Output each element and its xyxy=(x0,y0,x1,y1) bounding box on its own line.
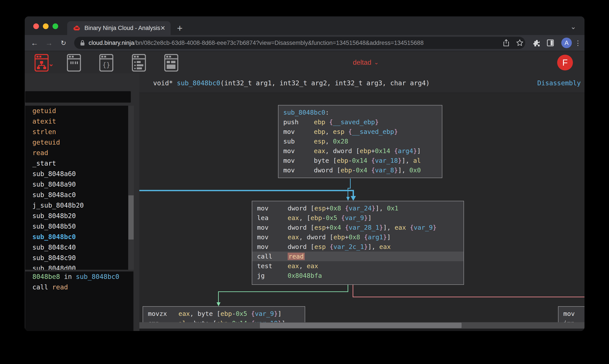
asm-line[interactable]: sub_8048bc0: xyxy=(278,108,442,117)
edge-arrowhead-icon xyxy=(351,196,356,201)
code-token: mov xyxy=(283,147,314,155)
asm-line[interactable]: mov dword [esp+0x8 {var_24}], 0x1 xyxy=(252,203,464,213)
code-token xyxy=(247,320,251,322)
function-list-item[interactable]: sub_8048ac0 xyxy=(25,190,134,200)
asm-line[interactable]: mov eax, dword [ebp+0x14 {arg4}] xyxy=(278,146,442,156)
window-bottom-edge xyxy=(139,329,584,331)
browser-profile-avatar[interactable]: A xyxy=(561,38,572,48)
function-list-scrollbar-thumb[interactable] xyxy=(129,195,134,240)
function-filter-input[interactable] xyxy=(25,91,131,103)
code-token xyxy=(367,167,371,174)
code-token: var_28_1 xyxy=(349,224,379,231)
function-list-item[interactable]: sub_8048bc0 xyxy=(25,232,134,242)
back-button[interactable]: ← xyxy=(29,35,40,51)
code-token: __saved_ebp xyxy=(333,118,375,126)
code-token: 0x0 xyxy=(409,167,421,174)
browser-window: Binary Ninja Cloud - Analysis ✕ + ⌄ ← → … xyxy=(25,16,584,331)
forward-button[interactable]: → xyxy=(43,35,55,51)
code-token: ], xyxy=(383,224,394,231)
function-list-item[interactable]: sub_8048c40 xyxy=(25,242,134,253)
layout-view-button[interactable] xyxy=(164,54,178,72)
pseudocode-view-button[interactable]: {} xyxy=(99,54,113,72)
asm-line[interactable]: test eax, eax xyxy=(252,261,464,271)
asm-line[interactable]: mov dword [esp+0x4 {var_28_1}], eax {var… xyxy=(252,223,464,232)
asm-line[interactable]: mov xyxy=(558,309,584,318)
asm-line[interactable]: lea eax, [ebp-0x5 {var_9}] xyxy=(252,213,464,223)
asm-line[interactable]: mov eax, dword [ebp+0x8 {arg1}] xyxy=(252,232,464,242)
side-panel-icon[interactable] xyxy=(544,35,557,51)
url-path: /bn/08c2e8cb-63d8-4008-8d68-eee73c7b6874… xyxy=(134,39,424,46)
graph-horizontal-scrollbar[interactable] xyxy=(139,322,584,329)
code-token: 0x4 xyxy=(356,167,367,174)
asm-line[interactable]: jmp xyxy=(558,318,584,322)
code-token: var_8 xyxy=(375,167,394,174)
user-avatar[interactable]: F xyxy=(557,55,573,70)
function-list-item[interactable]: sub_8048d00 xyxy=(25,263,134,270)
window-zoom-button[interactable] xyxy=(52,23,58,29)
view-type-label[interactable]: Disassembly xyxy=(537,79,581,87)
code-token: ebp xyxy=(360,147,371,155)
function-list-item[interactable]: read xyxy=(25,148,134,158)
code-token: } xyxy=(394,128,398,135)
flow-graph-canvas[interactable]: sub_8048bc0:push ebp {__saved_ebp}mov eb… xyxy=(139,93,584,322)
bookmark-star-icon[interactable] xyxy=(514,35,526,51)
asm-line[interactable]: call read xyxy=(252,252,464,261)
code-token: ebp xyxy=(311,214,322,221)
browser-tab[interactable]: Binary Ninja Cloud - Analysis ✕ xyxy=(67,21,171,35)
graph-horizontal-scrollbar-thumb[interactable] xyxy=(260,323,462,328)
function-list-item[interactable]: getuid xyxy=(25,106,134,116)
asm-line[interactable]: mov dword [esp {var_2c_1}], eax xyxy=(252,242,464,252)
new-tab-button[interactable]: + xyxy=(177,24,183,32)
code-token xyxy=(325,118,329,126)
code-token: read xyxy=(288,253,305,260)
window-close-button[interactable] xyxy=(33,23,39,29)
function-list-item[interactable]: sub_8048b20 xyxy=(25,211,134,221)
code-token: sub xyxy=(283,138,314,145)
code-token: call xyxy=(32,283,48,291)
types-view-button[interactable] xyxy=(132,54,146,72)
share-icon[interactable] xyxy=(500,35,512,51)
function-list-item[interactable]: strlen xyxy=(25,127,134,137)
code-token: } xyxy=(398,157,402,164)
asm-line[interactable]: push ebp {__saved_ebp} xyxy=(278,117,442,127)
asm-line[interactable]: mov byte [ebp-0x14 {var_18}], al xyxy=(278,156,442,165)
function-list-item[interactable]: _start xyxy=(25,158,134,169)
tab-close-icon[interactable]: ✕ xyxy=(160,25,165,32)
asm-line[interactable]: sub esp, 0x28 xyxy=(278,136,442,146)
function-list-item[interactable]: sub_8048b50 xyxy=(25,221,134,232)
asm-line[interactable]: cmp al, byte [ebp-0x14 {var_18}] xyxy=(143,318,305,322)
basic-block[interactable]: movzx eax, byte [ebp-0x5 {var_9}]cmp al,… xyxy=(143,306,305,322)
code-token: , xyxy=(325,128,333,135)
address-bar[interactable]: cloud.binary.ninja/bn/08c2e8cb-63d8-4008… xyxy=(74,37,525,49)
basic-block[interactable]: sub_8048bc0:push ebp {__saved_ebp}mov eb… xyxy=(278,105,442,178)
reload-button[interactable]: ↻ xyxy=(58,35,69,51)
code-token: dword [ xyxy=(288,205,314,212)
asm-line[interactable]: mov dword [ebp-0x4 {var_8}], 0x0 xyxy=(278,165,442,175)
window-minimize-button[interactable] xyxy=(43,23,49,29)
function-list-item[interactable]: geteuid xyxy=(25,137,134,148)
basic-block[interactable]: mov dword [esp+0x8 {var_24}], 0x1lea eax… xyxy=(252,201,464,285)
graph-view-chevron-icon[interactable]: ⌄ xyxy=(48,60,54,68)
code-token: var_9 xyxy=(414,224,433,231)
function-list-item[interactable]: sub_8048c90 xyxy=(25,253,134,263)
asm-line[interactable]: mov ebp, esp {__saved_ebp} xyxy=(278,127,442,136)
browser-menu-icon[interactable]: ⋮ xyxy=(572,35,584,51)
function-list-item[interactable]: j_sub_8048b20 xyxy=(25,200,134,211)
code-token: var_24 xyxy=(349,205,372,212)
basic-block[interactable]: movjmp xyxy=(558,306,584,322)
code-token: } xyxy=(364,243,368,250)
binary-selector[interactable]: deltad ⌄ xyxy=(353,51,379,74)
function-list-scrollbar[interactable] xyxy=(128,106,134,270)
code-token: } xyxy=(278,320,282,322)
function-header: void* sub_8048bc0(int32_t arg1, int32_t … xyxy=(139,73,584,93)
edge-loop-back xyxy=(139,190,354,191)
asm-line[interactable]: jg 0x8048bfa xyxy=(252,271,464,280)
tab-search-chevron-icon[interactable]: ⌄ xyxy=(570,23,576,31)
asm-line[interactable]: movzx eax, byte [ebp-0x5 {var_9}] xyxy=(143,309,305,318)
function-list-item[interactable]: sub_8048a90 xyxy=(25,179,134,190)
function-list-item[interactable]: atexit xyxy=(25,116,134,127)
graph-view-button[interactable] xyxy=(35,54,49,72)
linear-view-button[interactable] xyxy=(67,54,81,72)
extensions-icon[interactable] xyxy=(531,35,543,51)
function-list-item[interactable]: sub_8048a60 xyxy=(25,169,134,179)
